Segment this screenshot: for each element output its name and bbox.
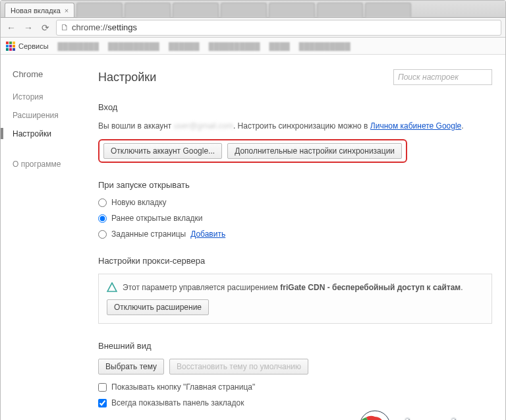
proxy-text: Этот параметр управляется расширением fr…	[123, 283, 463, 292]
radio-input[interactable]	[98, 214, 107, 223]
tab-inactive[interactable]	[317, 3, 363, 17]
url-path: settings	[107, 22, 137, 32]
close-icon[interactable]: ×	[65, 7, 69, 15]
page-icon: 🗋	[61, 22, 69, 32]
section-heading: Вход	[98, 102, 492, 112]
sidebar-title: Chrome	[13, 69, 80, 79]
bookmark-item[interactable]: ██████████	[108, 42, 159, 50]
tab-inactive[interactable]	[365, 3, 411, 17]
radio-input[interactable]	[98, 198, 107, 207]
tab-inactive[interactable]	[221, 3, 267, 17]
section-proxy: Настройки прокси-сервера Этот параметр у…	[98, 256, 492, 324]
sidebar-item-extensions[interactable]: Расширения	[13, 111, 80, 120]
add-pages-link[interactable]: Добавить	[190, 229, 225, 239]
section-heading: Настройки прокси-сервера	[98, 256, 492, 266]
tab-active[interactable]: Новая вкладка ×	[5, 3, 74, 17]
checkbox-input[interactable]	[98, 383, 107, 392]
svg-marker-0	[107, 283, 117, 291]
advanced-sync-button[interactable]: Дополнительные настройки синхронизации	[227, 143, 402, 159]
bookmark-item[interactable]: ████████	[58, 42, 99, 50]
google-account-link[interactable]: Личном кабинете Google	[370, 121, 461, 131]
show-bookmarks-bar-checkbox[interactable]: Всегда показывать панель закладок	[98, 398, 492, 407]
sidebar-item-about[interactable]: О программе	[13, 160, 80, 169]
disconnect-account-button[interactable]: Отключить аккаунт Google...	[103, 143, 222, 159]
checkbox-input[interactable]	[98, 399, 107, 407]
apps-shortcut[interactable]: Сервисы	[6, 42, 49, 51]
bookmark-item[interactable]: ██████████	[209, 42, 260, 50]
disable-extension-button[interactable]: Отключить расширение	[107, 299, 209, 315]
chrome-logo-icon	[359, 410, 391, 420]
user-email: user@gmail.com	[174, 121, 233, 131]
radio-input[interactable]	[98, 230, 107, 239]
tab-inactive[interactable]	[125, 3, 171, 17]
tab-inactive[interactable]	[173, 3, 219, 17]
nav-toolbar: ← → ⟳ 🗋 chrome://settings	[1, 18, 505, 38]
show-home-button-checkbox[interactable]: Показывать кнопку "Главная страница"	[98, 382, 492, 392]
bookmark-item[interactable]: ██████	[169, 42, 200, 50]
watermark-text: chromiumm	[393, 415, 499, 420]
watermark: chromiumm	[359, 410, 499, 420]
startup-option-specific[interactable]: Заданные страницы Добавить	[98, 229, 492, 239]
section-heading: Внешний вид	[98, 341, 492, 351]
startup-option-continue[interactable]: Ранее открытые вкладки	[98, 214, 492, 223]
tab-inactive[interactable]	[269, 3, 315, 17]
reload-button[interactable]: ⟳	[39, 21, 52, 34]
section-heading: При запуске открывать	[98, 180, 492, 190]
reset-theme-button: Восстановить тему по умолчанию	[169, 359, 308, 375]
address-bar[interactable]: 🗋 chrome://settings	[56, 20, 501, 36]
forward-button[interactable]: →	[22, 21, 35, 34]
apps-icon	[6, 42, 15, 51]
sidebar-item-settings[interactable]: Настройки	[13, 129, 80, 138]
signin-description: Вы вошли в аккаунт user@gmail.com. Настр…	[98, 120, 492, 133]
bookmarks-bar: Сервисы ████████ ██████████ ██████ █████…	[1, 38, 505, 55]
extension-icon	[107, 282, 117, 293]
tab-title: Новая вкладка	[11, 7, 61, 15]
bookmark-item[interactable]: ██████████	[299, 42, 351, 50]
startup-option-newtab[interactable]: Новую вкладку	[98, 198, 492, 207]
search-placeholder: Поиск настроек	[398, 73, 459, 82]
back-button[interactable]: ←	[5, 21, 18, 34]
section-startup: При запуске открывать Новую вкладку Ране…	[98, 180, 492, 239]
url-prefix: chrome://	[72, 22, 107, 32]
tab-bar: Новая вкладка ×	[1, 1, 505, 18]
highlight-sync-buttons: Отключить аккаунт Google... Дополнительн…	[98, 139, 407, 163]
apps-label: Сервисы	[18, 42, 49, 50]
bookmark-item[interactable]: ████	[269, 42, 290, 50]
page-title: Настройки	[98, 71, 156, 84]
sidebar-item-history[interactable]: История	[13, 92, 80, 102]
choose-theme-button[interactable]: Выбрать тему	[98, 359, 164, 375]
search-settings-input[interactable]: Поиск настроек	[393, 69, 492, 85]
proxy-extension-box: Этот параметр управляется расширением fr…	[98, 274, 492, 324]
tab-inactive[interactable]	[76, 3, 123, 17]
section-signin: Вход Вы вошли в аккаунт user@gmail.com. …	[98, 102, 492, 163]
section-appearance: Внешний вид Выбрать тему Восстановить те…	[98, 341, 492, 407]
sidebar: Chrome История Расширения Настройки О пр…	[1, 55, 80, 420]
